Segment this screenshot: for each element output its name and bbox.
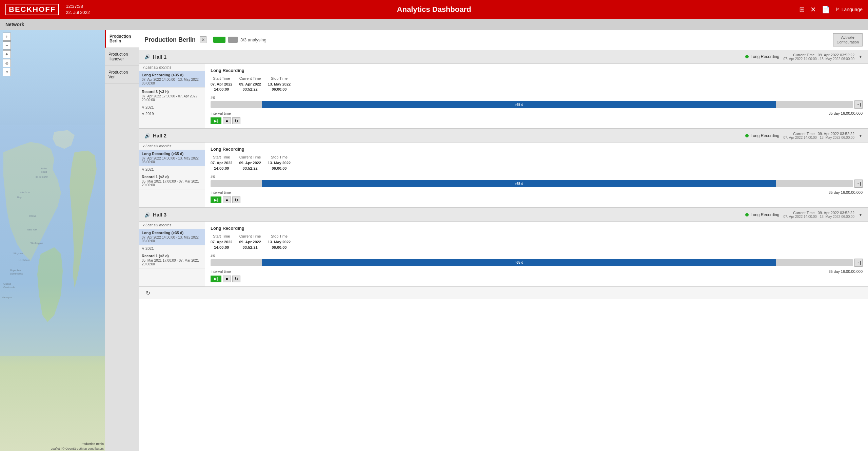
hall2-stop-button[interactable]: ■ bbox=[223, 196, 231, 203]
hall3-recording-badge: Long Recording bbox=[745, 212, 780, 217]
hall1-section: 🔊 Hall 1 Long Recording Current Time 09.… bbox=[139, 50, 868, 129]
hall2-detail-title: Long Recording bbox=[211, 147, 863, 152]
hall2-right: Long Recording Current Time 09. Apr 2022… bbox=[745, 132, 863, 139]
hall1-stop-time-col: Stop Time 13. May 202206:00:00 bbox=[268, 76, 291, 92]
zoom-in-button[interactable]: + bbox=[3, 33, 11, 41]
production-status: 3/3 analysing bbox=[213, 37, 267, 43]
close-button[interactable]: ✕ bbox=[200, 36, 206, 43]
hall1-interval-value: 35 day 16:00:00.000 bbox=[829, 111, 863, 115]
svg-text:île de Baffin: île de Baffin bbox=[35, 176, 48, 178]
svg-text:New York: New York bbox=[27, 228, 37, 231]
hall3-year-2021[interactable]: ∨ 2021 bbox=[139, 245, 205, 252]
hall1-recording-badge: Long Recording bbox=[745, 54, 780, 59]
hall3-reload-button[interactable]: ↻ bbox=[232, 276, 240, 282]
hall2-interval-value: 35 day 16:00:00.000 bbox=[829, 190, 863, 194]
hall1-collapse-button[interactable]: ▼ bbox=[859, 54, 863, 59]
svg-text:Kingston: Kingston bbox=[14, 252, 23, 255]
hall3-collapse-button[interactable]: ▼ bbox=[859, 212, 863, 217]
hall1-stop-button[interactable]: ■ bbox=[223, 117, 231, 124]
hall3-right: Long Recording Current Time 09. Apr 2022… bbox=[745, 211, 863, 219]
hall2-percent: 4% bbox=[211, 175, 863, 179]
map-production-label: Production Berlin bbox=[80, 442, 104, 446]
hall2-reload-button[interactable]: ↻ bbox=[232, 196, 240, 203]
hall2-time-info: Current Time 09. Apr 2022 03:52:22 07. A… bbox=[784, 132, 855, 139]
flag-icon: 🏳 bbox=[835, 7, 840, 12]
network-label: Network bbox=[5, 22, 24, 27]
hall2-timeline-end-button[interactable]: →| bbox=[854, 180, 863, 188]
hall3-time-table: Start Time 07. Apr 202214:00:00 Current … bbox=[211, 234, 863, 250]
sidebar-item-production-hanover[interactable]: Production Hanover bbox=[105, 48, 139, 66]
hall2-bar-wrap: ▼ >35 d →| bbox=[211, 180, 863, 188]
hall1-recordings-list: ∨ Last six months Long Recording (>35 d)… bbox=[139, 64, 205, 129]
refresh-button[interactable]: ↻ bbox=[144, 290, 151, 297]
hall1-timeline-end-button[interactable]: →| bbox=[854, 100, 863, 109]
hall3-playback-controls: ▶‖ ■ ↻ bbox=[211, 276, 863, 282]
sidebar-item-production-verl[interactable]: Production Verl bbox=[105, 66, 139, 84]
sub-header: Network bbox=[0, 19, 868, 30]
hall2-collapse-button[interactable]: ▼ bbox=[859, 133, 863, 138]
hall3-timeline-end-button[interactable]: →| bbox=[854, 259, 863, 267]
map-tool3[interactable]: ⊙ bbox=[3, 68, 11, 76]
svg-text:Dominicana: Dominicana bbox=[10, 273, 23, 275]
status-green-indicator bbox=[213, 37, 225, 43]
hall2-current-time-col: Current Time 09. Apr 202203:52:22 bbox=[239, 155, 261, 171]
hall1-title: 🔊 Hall 1 bbox=[144, 54, 166, 60]
tools-icon[interactable]: ✕ bbox=[810, 5, 816, 14]
activate-configuration-button[interactable]: Activate Configuration bbox=[833, 33, 863, 46]
hall2-year-2021[interactable]: ∨ 2021 bbox=[139, 166, 205, 173]
hall3-extra-recording-0[interactable]: Record 1 (<2 d) 05. Mar 2021 17:00:00 - … bbox=[139, 252, 205, 268]
hall3-title: 🔊 Hall 3 bbox=[144, 212, 166, 218]
language-button[interactable]: 🏳 Language bbox=[835, 7, 863, 12]
hall2-content: ∨ Last six months Long Recording (>35 d)… bbox=[139, 143, 868, 207]
document-icon[interactable]: 📄 bbox=[822, 5, 830, 14]
hall1-year-2019[interactable]: ∨ 2019 bbox=[139, 111, 205, 117]
hall1-play-button[interactable]: ▶‖ bbox=[211, 117, 221, 124]
hall1-right: Long Recording Current Time 09. Apr 2022… bbox=[745, 53, 863, 61]
hall3-status-dot bbox=[745, 213, 749, 217]
map-attribution: Leaflet | © OpenStreetMap contributors bbox=[51, 447, 104, 450]
hall1-interval-row: Interval time 35 day 16:00:00.000 bbox=[211, 111, 863, 115]
zoom-out-button[interactable]: − bbox=[3, 41, 11, 50]
hall2-start-time-col: Start Time 07. Apr 202214:00:00 bbox=[211, 155, 232, 171]
hall1-recording-item-0[interactable]: Long Recording (>35 d) 07. Apr 2022 14:0… bbox=[139, 71, 205, 88]
svg-text:Guatemala: Guatemala bbox=[3, 286, 15, 288]
hall2-timeline-bar: ▼ >35 d bbox=[211, 180, 853, 187]
hall1-timeline-bar: ▼ >35 d bbox=[211, 101, 853, 108]
hall1-time-table: Start Time 07. Apr 202214:00:00 Current … bbox=[211, 76, 863, 92]
hall3-recording-item-0[interactable]: Long Recording (>35 d) 07. Apr 2022 14:0… bbox=[139, 229, 205, 245]
app-header: BECKHOFF 12:37:38 22. Jul 2022 Analytics… bbox=[0, 0, 868, 19]
hall1-bar-fill: >35 d bbox=[262, 101, 776, 108]
hall3-start-time-col: Start Time 07. Apr 202214:00:00 bbox=[211, 234, 232, 250]
hall1-status-dot bbox=[745, 55, 749, 58]
hall2-recordings-list: ∨ Last six months Long Recording (>35 d)… bbox=[139, 143, 205, 207]
hall3-bar-wrap: ▼ >35 d →| bbox=[211, 259, 863, 267]
main-layout: Hudson Bay Ottawa New York Washington Ki… bbox=[0, 30, 868, 451]
hall3-percent: 4% bbox=[211, 254, 863, 258]
hall1-reload-button[interactable]: ↻ bbox=[232, 117, 240, 124]
hall3-play-button[interactable]: ▶‖ bbox=[211, 276, 221, 282]
hall1-percent: 4% bbox=[211, 96, 863, 100]
monitor-icon[interactable]: ⊞ bbox=[799, 5, 805, 14]
refresh-bottom: ↻ bbox=[139, 287, 868, 299]
status-gray-indicator bbox=[228, 37, 238, 43]
map-tool2[interactable]: ◎ bbox=[3, 59, 11, 67]
hall2-section: 🔊 Hall 2 Long Recording Current Time 09.… bbox=[139, 129, 868, 208]
hall3-header: 🔊 Hall 3 Long Recording Current Time 09.… bbox=[139, 208, 868, 222]
hall2-recording-item-0[interactable]: Long Recording (>35 d) 07. Apr 2022 14:0… bbox=[139, 150, 205, 166]
hall2-extra-recording-0[interactable]: Record 1 (<2 d) 05. Mar 2021 17:00:00 - … bbox=[139, 173, 205, 189]
hall2-timeline: 4% ▼ >35 d →| bbox=[211, 175, 863, 188]
page-title: Analytics Dashboard bbox=[397, 5, 471, 14]
hall1-year-2021[interactable]: ∨ 2021 bbox=[139, 104, 205, 111]
hall1-recording-item-1[interactable]: Record 3 (<3 h) 07. Apr 2022 17:00:00 - … bbox=[139, 88, 205, 104]
hall3-stop-button[interactable]: ■ bbox=[223, 276, 231, 282]
sidebar-item-production-berlin[interactable]: Production Berlin bbox=[105, 30, 139, 48]
hall2-play-button[interactable]: ▶‖ bbox=[211, 196, 221, 203]
hall3-timeline-bar: ▼ >35 d bbox=[211, 259, 853, 266]
map-tool1[interactable]: ⊕ bbox=[3, 50, 11, 58]
hall2-interval-row: Interval time 35 day 16:00:00.000 bbox=[211, 190, 863, 194]
speaker-icon: 🔊 bbox=[144, 54, 150, 59]
hall3-interval-row: Interval time 35 day 16:00:00.000 bbox=[211, 269, 863, 274]
hall3-interval-value: 35 day 16:00:00.000 bbox=[829, 269, 863, 274]
production-title: Production Berlin bbox=[144, 36, 196, 43]
speaker2-icon: 🔊 bbox=[144, 133, 150, 138]
